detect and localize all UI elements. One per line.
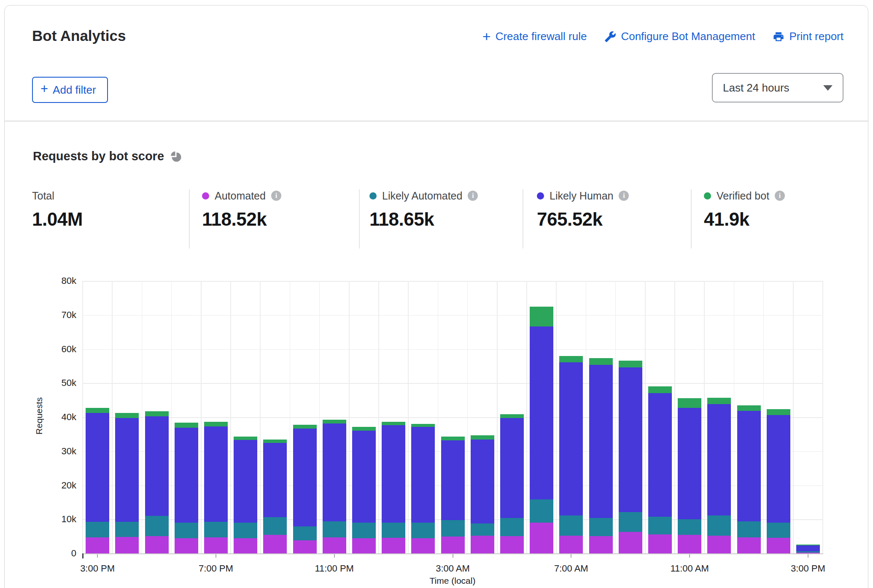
bar-segment-likely-human[interactable]: [619, 367, 642, 512]
info-icon[interactable]: i: [775, 191, 785, 201]
bar-segment-likely-human[interactable]: [796, 545, 820, 552]
bar-segment-likely-automated[interactable]: [352, 523, 376, 538]
bar-segment-likely-human[interactable]: [86, 413, 109, 522]
bar-segment-likely-automated[interactable]: [559, 515, 583, 536]
bar-segment-automated[interactable]: [648, 534, 672, 553]
bar-segment-likely-human[interactable]: [678, 408, 701, 519]
bar-segment-automated[interactable]: [707, 536, 731, 553]
bar-segment-verified-bot[interactable]: [204, 422, 228, 426]
bar-segment-verified-bot[interactable]: [411, 424, 435, 427]
bar-segment-likely-human[interactable]: [293, 429, 317, 526]
bar-segment-likely-human[interactable]: [323, 423, 346, 522]
bar-segment-likely-automated[interactable]: [707, 515, 731, 536]
bar-segment-likely-automated[interactable]: [115, 522, 139, 537]
bar-segment-likely-human[interactable]: [767, 415, 790, 523]
bar-segment-likely-automated[interactable]: [382, 523, 405, 538]
bar-segment-automated[interactable]: [737, 537, 761, 553]
bar-segment-likely-human[interactable]: [441, 440, 465, 520]
bar-segment-automated[interactable]: [145, 536, 169, 553]
bar-segment-likely-human[interactable]: [471, 440, 494, 523]
bar-segment-likely-human[interactable]: [737, 411, 761, 521]
bar-segment-likely-human[interactable]: [500, 418, 524, 518]
bar-segment-automated[interactable]: [441, 537, 465, 553]
bar-segment-likely-automated[interactable]: [411, 523, 435, 538]
bar-segment-automated[interactable]: [471, 536, 494, 553]
bar-segment-likely-human[interactable]: [352, 431, 376, 523]
bar-segment-automated[interactable]: [352, 538, 376, 553]
bar-segment-verified-bot[interactable]: [619, 361, 642, 367]
add-filter-button[interactable]: + Add filter: [32, 77, 108, 103]
bar-segment-likely-human[interactable]: [382, 425, 405, 522]
bar-segment-automated[interactable]: [86, 537, 109, 553]
bar-segment-likely-human[interactable]: [559, 362, 583, 515]
bar-segment-verified-bot[interactable]: [382, 422, 405, 425]
bar-segment-likely-automated[interactable]: [204, 522, 228, 537]
bar-segment-verified-bot[interactable]: [145, 411, 169, 416]
bar-segment-verified-bot[interactable]: [707, 398, 731, 404]
bar-segment-likely-human[interactable]: [411, 427, 435, 523]
bar-segment-automated[interactable]: [323, 537, 346, 553]
bar-segment-verified-bot[interactable]: [678, 398, 701, 408]
bar-segment-likely-automated[interactable]: [175, 523, 198, 538]
bar-segment-automated[interactable]: [293, 540, 317, 553]
bar-segment-verified-bot[interactable]: [530, 307, 553, 327]
bar-segment-automated[interactable]: [500, 536, 524, 553]
bar-segment-verified-bot[interactable]: [471, 435, 494, 440]
bar-segment-likely-automated[interactable]: [500, 518, 524, 536]
bar-segment-likely-automated[interactable]: [263, 517, 287, 535]
bar-segment-likely-automated[interactable]: [145, 516, 169, 536]
bar-segment-automated[interactable]: [619, 532, 642, 553]
configure-bot-management-link[interactable]: Configure Bot Management: [604, 30, 755, 43]
print-report-link[interactable]: Print report: [773, 30, 843, 43]
bar-segment-automated[interactable]: [678, 535, 701, 553]
bar-segment-likely-automated[interactable]: [648, 517, 672, 534]
bar-segment-verified-bot[interactable]: [323, 420, 346, 423]
bar-segment-likely-automated[interactable]: [530, 499, 553, 523]
create-firewall-rule-link[interactable]: + Create firewall rule: [482, 30, 587, 43]
time-range-dropdown[interactable]: Last 24 hours: [712, 73, 843, 102]
bar-segment-likely-automated[interactable]: [678, 519, 701, 535]
bar-segment-likely-human[interactable]: [234, 440, 257, 523]
bar-segment-likely-human[interactable]: [145, 416, 169, 516]
bar-segment-automated[interactable]: [559, 536, 583, 553]
bar-segment-verified-bot[interactable]: [263, 440, 287, 443]
bar-segment-verified-bot[interactable]: [737, 405, 761, 411]
info-icon[interactable]: i: [468, 191, 478, 201]
bar-segment-verified-bot[interactable]: [175, 423, 198, 428]
bar-segment-automated[interactable]: [175, 538, 198, 553]
bar-segment-verified-bot[interactable]: [293, 425, 317, 429]
bar-segment-automated[interactable]: [115, 537, 139, 553]
bar-segment-automated[interactable]: [411, 538, 435, 553]
bar-segment-likely-human[interactable]: [648, 393, 672, 516]
bar-segment-likely-human[interactable]: [115, 418, 139, 522]
bar-segment-verified-bot[interactable]: [352, 427, 376, 431]
bar-segment-verified-bot[interactable]: [115, 413, 139, 418]
bar-segment-automated[interactable]: [589, 536, 613, 553]
bar-segment-likely-human[interactable]: [263, 443, 287, 517]
bar-segment-automated[interactable]: [530, 523, 553, 553]
bar-segment-automated[interactable]: [767, 538, 790, 553]
bar-segment-automated[interactable]: [204, 537, 228, 553]
bar-segment-likely-automated[interactable]: [293, 526, 317, 540]
info-icon[interactable]: i: [271, 191, 281, 201]
bar-segment-verified-bot[interactable]: [589, 358, 613, 364]
bar-segment-automated[interactable]: [382, 538, 405, 553]
bar-segment-likely-human[interactable]: [204, 426, 228, 522]
bar-segment-automated[interactable]: [234, 538, 257, 553]
bar-segment-verified-bot[interactable]: [500, 414, 524, 418]
bar-segment-likely-automated[interactable]: [441, 520, 465, 537]
bar-segment-likely-automated[interactable]: [234, 523, 257, 538]
bar-segment-verified-bot[interactable]: [648, 386, 672, 393]
bar-segment-likely-human[interactable]: [707, 404, 731, 516]
bar-segment-likely-automated[interactable]: [737, 521, 761, 537]
bar-segment-likely-automated[interactable]: [86, 522, 109, 537]
bar-segment-likely-automated[interactable]: [589, 518, 613, 536]
bar-segment-verified-bot[interactable]: [767, 409, 790, 415]
bar-segment-automated[interactable]: [263, 535, 287, 553]
bar-segment-likely-automated[interactable]: [471, 523, 494, 536]
bar-segment-likely-automated[interactable]: [619, 512, 642, 532]
bar-segment-verified-bot[interactable]: [559, 356, 583, 362]
bar-segment-likely-human[interactable]: [589, 365, 613, 518]
bar-segment-verified-bot[interactable]: [234, 437, 257, 440]
bar-segment-automated[interactable]: [796, 553, 820, 553]
